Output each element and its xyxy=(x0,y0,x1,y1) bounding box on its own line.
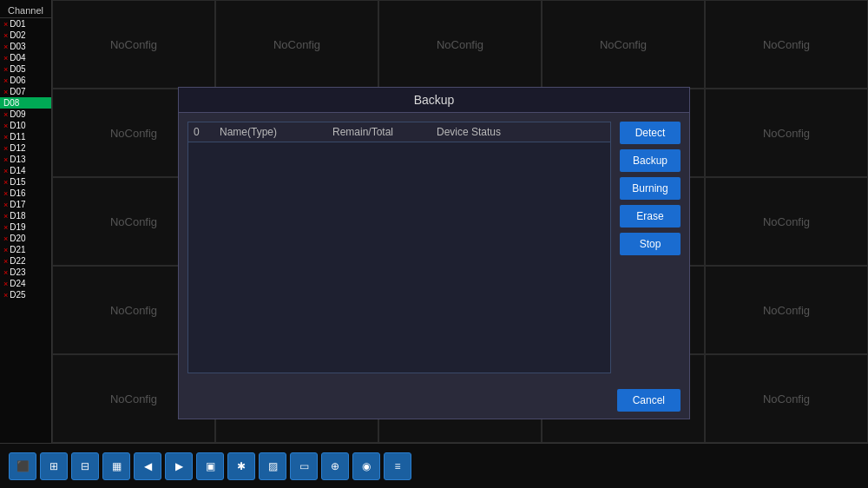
channel-item-d15[interactable]: ×D15 xyxy=(0,176,51,188)
channel-item-d14[interactable]: ×D14 xyxy=(0,165,51,176)
channel-x-mark: × xyxy=(3,43,8,51)
channel-item-d09[interactable]: ×D09 xyxy=(0,109,51,120)
burning-button[interactable]: Burning xyxy=(620,177,681,200)
channel-item-d20[interactable]: ×D20 xyxy=(0,233,51,244)
channel-item-d23[interactable]: ×D23 xyxy=(0,267,51,278)
channel-label: D07 xyxy=(10,87,25,96)
erase-button[interactable]: Erase xyxy=(620,205,681,228)
grid-cell-4[interactable]: NoConfig xyxy=(705,0,868,89)
channel-header: Channel xyxy=(0,3,51,18)
channel-label: D21 xyxy=(10,245,25,254)
channel-label: D09 xyxy=(10,109,25,119)
channel-label: D19 xyxy=(10,222,25,232)
channel-x-mark: × xyxy=(3,223,8,232)
channel-item-d06[interactable]: ×D06 xyxy=(0,75,51,86)
channel-x-mark: × xyxy=(3,291,8,300)
grid-cell-24[interactable]: NoConfig xyxy=(705,354,868,443)
channel-item-d07[interactable]: ×D07 xyxy=(0,86,51,97)
table-header: 0 Name(Type) Remain/Total Device Status xyxy=(188,122,610,142)
channel-label: D22 xyxy=(10,256,25,266)
modal-body: 0 Name(Type) Remain/Total Device Status … xyxy=(179,113,689,382)
channel-x-mark: × xyxy=(3,201,8,209)
image-toolbar-btn[interactable]: ▨ xyxy=(259,452,286,480)
next-toolbar-btn[interactable]: ▶ xyxy=(165,452,193,480)
channel-item-d21[interactable]: ×D21 xyxy=(0,244,51,255)
grid-cell-3[interactable]: NoConfig xyxy=(542,0,705,89)
grid-3x3-toolbar-btn[interactable]: ⊟ xyxy=(71,452,99,480)
channel-item-d19[interactable]: ×D19 xyxy=(0,221,51,233)
monitor-toolbar-btn[interactable]: ▭ xyxy=(290,452,318,480)
col-status: Device Status xyxy=(437,126,605,138)
grid-cell-label: NoConfig xyxy=(437,38,483,51)
channel-item-d04[interactable]: ×D04 xyxy=(0,52,51,63)
channel-x-mark: × xyxy=(3,178,8,187)
pip-toolbar-btn[interactable]: ▣ xyxy=(196,452,224,480)
channel-label: D13 xyxy=(10,155,25,164)
channel-item-d24[interactable]: ×D24 xyxy=(0,278,51,289)
prev-toolbar-btn[interactable]: ◀ xyxy=(134,452,161,480)
grid-cell-2[interactable]: NoConfig xyxy=(378,0,542,89)
grid-cell-0[interactable]: NoConfig xyxy=(52,0,215,89)
channel-label: D16 xyxy=(10,188,25,198)
channel-sidebar: Channel ×D01×D02×D03×D04×D05×D06×D07D08×… xyxy=(0,0,52,443)
grid-cell-19[interactable]: NoConfig xyxy=(705,266,868,354)
backup-modal: Backup 0 Name(Type) Remain/Total Device … xyxy=(178,87,690,419)
grid-cell-14[interactable]: NoConfig xyxy=(705,177,868,266)
channel-item-d05[interactable]: ×D05 xyxy=(0,63,51,75)
grid-cell-label: NoConfig xyxy=(763,38,810,51)
channel-x-mark: × xyxy=(3,246,8,254)
detect-button[interactable]: Detect xyxy=(620,122,681,144)
channel-item-d10[interactable]: ×D10 xyxy=(0,120,51,131)
channel-item-d18[interactable]: ×D18 xyxy=(0,210,51,221)
channel-x-mark: × xyxy=(3,88,8,96)
hdd-toolbar-btn[interactable]: ◉ xyxy=(352,452,380,480)
grid-4x4-toolbar-btn[interactable]: ▦ xyxy=(102,452,130,480)
cancel-button[interactable]: Cancel xyxy=(617,389,681,412)
channel-item-d11[interactable]: ×D11 xyxy=(0,131,51,142)
channel-x-mark: × xyxy=(3,54,8,63)
channel-label: D25 xyxy=(10,290,25,300)
channel-item-d03[interactable]: ×D03 xyxy=(0,41,51,52)
channel-item-d13[interactable]: ×D13 xyxy=(0,154,51,165)
channel-x-mark: × xyxy=(3,155,8,164)
channel-x-mark: × xyxy=(3,212,8,221)
grid-cell-label: NoConfig xyxy=(110,38,157,51)
channel-item-d22[interactable]: ×D22 xyxy=(0,255,51,267)
channel-item-d25[interactable]: ×D25 xyxy=(0,289,51,300)
channel-x-mark: × xyxy=(3,234,8,243)
network-toolbar-btn[interactable]: ⊕ xyxy=(321,452,349,480)
channel-item-d16[interactable]: ×D16 xyxy=(0,188,51,199)
channel-x-mark: × xyxy=(3,20,8,29)
stop-button[interactable]: Stop xyxy=(620,233,681,255)
channel-label: D02 xyxy=(10,30,25,40)
grid-1x1-toolbar-btn[interactable]: ⬛ xyxy=(9,452,36,480)
grid-2x2-toolbar-btn[interactable]: ⊞ xyxy=(40,452,68,480)
channel-label: D04 xyxy=(10,53,25,63)
backup-button[interactable]: Backup xyxy=(620,149,681,172)
grid-cell-label: NoConfig xyxy=(273,38,320,51)
settings-toolbar-btn[interactable]: ✱ xyxy=(227,452,255,480)
channel-item-d17[interactable]: ×D17 xyxy=(0,199,51,210)
channel-label: D14 xyxy=(10,166,25,175)
channel-x-mark: × xyxy=(3,133,8,142)
channel-label: D17 xyxy=(10,200,25,209)
col-name: Name(Type) xyxy=(220,126,332,138)
grid-cell-9[interactable]: NoConfig xyxy=(705,89,868,177)
channel-item-d01[interactable]: ×D01 xyxy=(0,18,51,30)
action-buttons: Detect Backup Burning Erase Stop xyxy=(620,122,681,373)
channel-label: D15 xyxy=(10,177,25,187)
channel-x-mark: × xyxy=(3,144,8,153)
channel-item-d02[interactable]: ×D02 xyxy=(0,30,51,41)
list-toolbar-btn[interactable]: ≡ xyxy=(384,452,411,480)
grid-cell-label: NoConfig xyxy=(600,38,647,51)
table-body xyxy=(188,142,610,359)
channel-x-mark: × xyxy=(3,257,8,266)
grid-cell-1[interactable]: NoConfig xyxy=(215,0,378,89)
grid-cell-label: NoConfig xyxy=(110,215,157,228)
channel-item-d08[interactable]: D08 xyxy=(0,97,51,109)
channel-item-d12[interactable]: ×D12 xyxy=(0,142,51,154)
channel-label: D20 xyxy=(10,234,25,243)
modal-title: Backup xyxy=(179,88,689,113)
device-table: 0 Name(Type) Remain/Total Device Status xyxy=(187,122,611,373)
channel-x-mark: × xyxy=(3,167,8,175)
